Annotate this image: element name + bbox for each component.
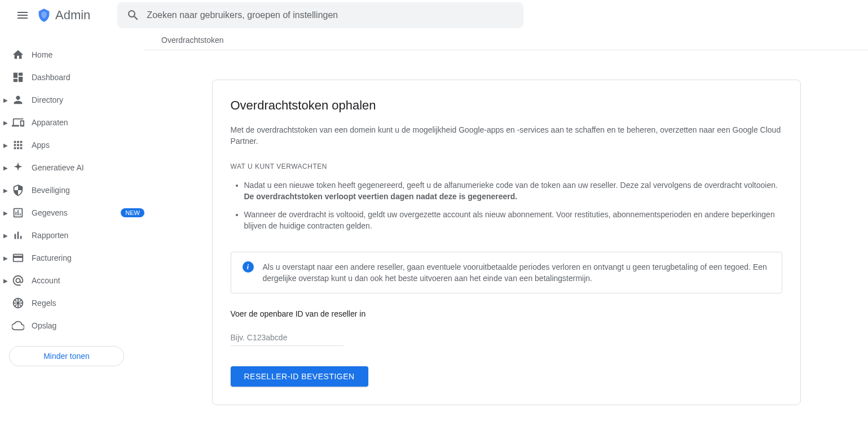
sidebar-item-regels[interactable]: ▶Regels [0, 292, 144, 314]
admin-logo-icon [36, 7, 52, 23]
chevron-right-icon: ▶ [0, 165, 11, 171]
sidebar-item-generatieve-ai[interactable]: ▶Generatieve AI [0, 156, 144, 179]
sidebar: ▶Home▶Dashboard▶Directory▶Apparaten▶Apps… [0, 30, 144, 434]
sidebar-item-opslag[interactable]: ▶Opslag [0, 314, 144, 337]
sidebar-item-directory[interactable]: ▶Directory [0, 89, 144, 111]
sidebar-item-gegevens[interactable]: ▶GegevensNEW [0, 201, 144, 224]
svg-point-0 [16, 301, 20, 305]
sidebar-item-apps[interactable]: ▶Apps [0, 134, 144, 156]
chevron-right-icon: ▶ [0, 142, 11, 148]
sparkle-icon [11, 161, 25, 174]
reseller-id-label: Voer de openbare ID van de reseller in [231, 309, 782, 318]
sidebar-item-label: Opslag [32, 321, 144, 330]
info-icon: i [243, 261, 254, 273]
chevron-right-icon: ▶ [0, 255, 11, 261]
expect-item-1: Nadat u een nieuwe token heeft gegeneree… [244, 179, 782, 202]
expect-item-2: Wanneer de overdracht is voltooid, geldt… [244, 209, 782, 231]
chevron-right-icon: ▶ [0, 278, 11, 284]
sidebar-item-label: Regels [32, 299, 144, 308]
info-box: i Als u overstapt naar een andere resell… [231, 252, 782, 293]
sidebar-item-label: Account [32, 276, 144, 285]
card-title: Overdrachtstoken ophalen [231, 98, 782, 113]
apps-icon [11, 138, 25, 152]
chevron-right-icon: ▶ [0, 233, 11, 239]
devices-icon [11, 116, 25, 129]
search-input[interactable] [147, 10, 514, 20]
logo[interactable]: Admin [36, 7, 90, 23]
home-icon [11, 48, 25, 62]
sidebar-item-label: Home [32, 50, 144, 59]
sidebar-item-apparaten[interactable]: ▶Apparaten [0, 111, 144, 134]
sidebar-item-label: Gegevens [32, 208, 116, 217]
wheel-icon [11, 296, 25, 310]
logo-text: Admin [55, 8, 90, 23]
at-icon [11, 274, 25, 287]
sidebar-item-label: Beveiliging [32, 186, 144, 195]
transfer-token-card: Overdrachtstoken ophalen Met de overdrac… [212, 80, 801, 405]
sidebar-item-label: Dashboard [32, 73, 144, 82]
sidebar-item-beveiliging[interactable]: ▶Beveiliging [0, 179, 144, 201]
menu-button[interactable] [9, 2, 36, 29]
data-icon [11, 206, 25, 220]
search-icon [126, 8, 140, 22]
sidebar-item-label: Apparaten [32, 118, 144, 127]
sidebar-item-label: Rapporten [32, 231, 144, 240]
sidebar-item-account[interactable]: ▶Account [0, 269, 144, 292]
reseller-id-input[interactable] [231, 330, 343, 346]
sidebar-item-rapporten[interactable]: ▶Rapporten [0, 224, 144, 247]
menu-icon [16, 8, 29, 22]
dashboard-icon [11, 71, 25, 84]
card-icon [11, 251, 25, 265]
breadcrumb-item[interactable]: Overdrachtstoken [161, 36, 224, 45]
bars-icon [11, 229, 25, 242]
sidebar-item-label: Directory [32, 95, 144, 104]
sidebar-item-dashboard[interactable]: ▶Dashboard [0, 66, 144, 89]
sidebar-item-label: Apps [32, 141, 144, 150]
chevron-right-icon: ▶ [0, 210, 11, 216]
main-content: Overdrachtstoken Overdrachtstoken ophale… [144, 30, 868, 434]
search-box[interactable] [117, 2, 523, 28]
info-text: Als u overstapt naar een andere reseller… [263, 261, 770, 284]
header: Admin [0, 0, 868, 30]
new-badge: NEW [121, 208, 144, 217]
show-less-button[interactable]: Minder tonen [9, 346, 124, 366]
card-description: Met de overdrachtstoken van een domein k… [231, 124, 782, 147]
sidebar-item-label: Facturering [32, 253, 144, 262]
chevron-right-icon: ▶ [0, 187, 11, 194]
expect-list: Nadat u een nieuwe token heeft gegeneree… [231, 179, 782, 231]
sidebar-item-home[interactable]: ▶Home [0, 43, 144, 66]
sidebar-item-label: Generatieve AI [32, 163, 144, 172]
chevron-right-icon: ▶ [0, 97, 11, 103]
sidebar-item-facturering[interactable]: ▶Facturering [0, 247, 144, 269]
expect-section-label: WAT U KUNT VERWACHTEN [231, 163, 782, 170]
breadcrumb-bar: Overdrachtstoken [144, 30, 868, 50]
person-icon [11, 93, 25, 107]
shield-icon [11, 183, 25, 197]
confirm-reseller-button[interactable]: RESELLER-ID BEVESTIGEN [231, 366, 368, 387]
cloud-icon [11, 319, 25, 332]
chevron-right-icon: ▶ [0, 120, 11, 126]
